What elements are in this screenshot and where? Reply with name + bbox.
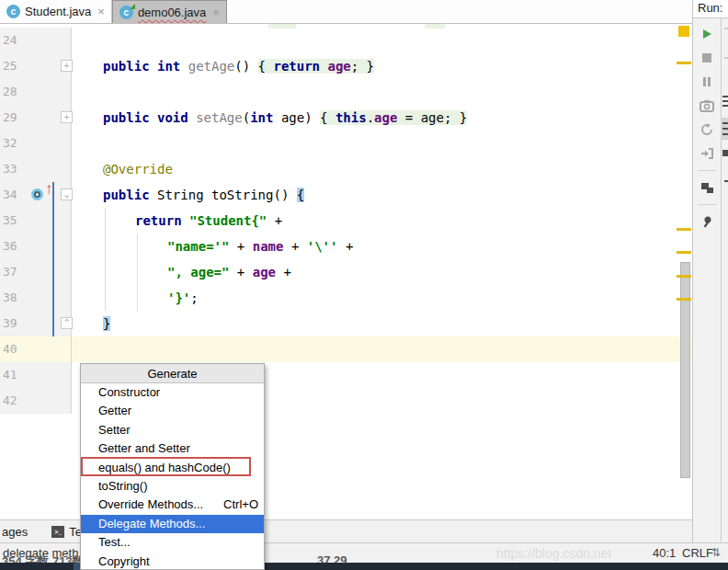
code-line-25: +25public int getAge() { return age; } — [0, 53, 692, 79]
error-stripe-mark[interactable] — [678, 26, 689, 37]
code-text[interactable]: public int getAge() { return age; } — [72, 53, 692, 79]
indent-guide — [105, 208, 106, 311]
menu-item-setter[interactable]: Setter — [81, 421, 264, 439]
code-token: name — [253, 239, 284, 254]
line-number: 42 — [0, 388, 72, 414]
menu-item-constructor[interactable]: Constructor — [81, 383, 264, 402]
menu-item-label: Constructor — [98, 385, 160, 399]
code-text[interactable]: ", age=" + age + — [72, 259, 692, 285]
menu-item-copyright[interactable]: Copyright — [81, 553, 264, 570]
menu-item-label: equals() and hashCode() — [98, 461, 231, 474]
rerun-icon[interactable] — [695, 118, 719, 142]
code-line-28: 28 — [0, 79, 692, 105]
code-text[interactable]: @Override — [72, 156, 692, 182]
editor-scrollbar[interactable] — [680, 262, 690, 478]
code-text[interactable] — [72, 336, 692, 362]
code-line-36: 36"name='" + name + '\'' + — [0, 234, 692, 259]
close-icon[interactable]: × — [97, 5, 105, 18]
code-token: getAge — [188, 59, 235, 74]
menu-item-equals-and-hashcode-[interactable]: equals() and hashCode() — [81, 459, 264, 477]
overrides-icon[interactable] — [31, 188, 43, 200]
tab-demo06.java[interactable]: cdemo06.java× — [112, 0, 227, 23]
toolbar-divider — [698, 170, 716, 171]
gutter-change-bar — [52, 182, 54, 336]
code-line-40: 40 — [0, 336, 692, 362]
code-token: public void — [103, 110, 196, 125]
exit-icon[interactable] — [695, 142, 719, 165]
code-token: + — [229, 265, 252, 279]
code-line-29: +29public void setAge(int age) { this.ag… — [0, 105, 692, 131]
code-text[interactable]: return "Student{" + — [72, 208, 692, 234]
error-stripe-mark[interactable] — [677, 62, 691, 64]
code-line-39: ⌃39} — [0, 311, 692, 336]
line-number: 28 — [0, 79, 72, 105]
code-line-33: 33@Override — [0, 156, 692, 182]
code-text[interactable] — [72, 79, 692, 105]
clipped-icon-fragment — [724, 57, 728, 59]
tab-Student.java[interactable]: cStudent.java× — [0, 0, 112, 23]
error-stripe-mark[interactable] — [677, 298, 691, 301]
error-stripe-mark[interactable] — [677, 251, 691, 254]
menu-item-label: Test... — [98, 535, 131, 549]
code-token: = age; } — [397, 110, 467, 125]
code-token: + — [229, 239, 252, 254]
clipped-icon-fragment — [722, 150, 728, 156]
clipped-icon-fragment — [722, 96, 728, 97]
code-token: '}' — [167, 291, 190, 305]
run-overlay-icon — [130, 4, 135, 9]
code-text[interactable]: } — [72, 311, 692, 336]
clipped-icon-fragment — [722, 100, 728, 102]
run-icon[interactable] — [695, 22, 719, 46]
java-class-icon: c — [6, 5, 20, 18]
code-line-24: 24 — [0, 28, 692, 53]
code-text[interactable] — [72, 131, 692, 156]
code-token: ; — [190, 291, 198, 305]
code-text[interactable]: "name='" + name + '\'' + — [72, 234, 692, 259]
pin-icon[interactable] — [695, 210, 719, 234]
menu-item-getter-and-setter[interactable]: Getter and Setter — [81, 439, 264, 458]
clipped-icon-fragment — [722, 122, 728, 124]
layout-icon[interactable] — [695, 176, 719, 200]
code-text[interactable]: '}'; — [72, 285, 692, 311]
code-token: ( — [243, 110, 250, 125]
code-token: return — [273, 59, 327, 74]
error-stripe-mark[interactable] — [677, 275, 691, 278]
code-token: { — [297, 188, 304, 202]
code-text[interactable]: public String toString() { — [72, 182, 692, 208]
clipped-icon-fragment — [724, 180, 728, 182]
menu-item-test-[interactable]: Test... — [81, 533, 264, 552]
terminal-icon: >_ — [51, 526, 64, 538]
menu-item-getter[interactable]: Getter — [81, 402, 264, 420]
code-text[interactable] — [72, 28, 692, 53]
menu-item-shortcut: Ctrl+O — [223, 496, 258, 514]
error-stripe-mark[interactable] — [677, 228, 691, 231]
editor-tab-bar: cStudent.java×cdemo06.java× — [0, 0, 692, 24]
menu-item-tostring-[interactable]: toString() — [81, 477, 264, 496]
menu-item-label: Delegate Methods... — [98, 517, 205, 530]
stop-icon[interactable] — [695, 46, 719, 70]
menu-item-override-methods-[interactable]: Override Methods...Ctrl+O — [81, 496, 264, 514]
code-token: setAge — [196, 110, 243, 125]
menu-item-delegate-methods-[interactable]: Delegate Methods... — [81, 515, 264, 533]
menu-item-label: Getter — [98, 404, 131, 417]
line-number: 37 — [0, 259, 72, 285]
screenshot-icon[interactable] — [695, 94, 719, 118]
fold-open-up-icon[interactable]: ⌃ — [61, 317, 73, 329]
clipped-icon-fragment — [722, 133, 728, 135]
close-icon[interactable]: × — [212, 6, 220, 19]
fold-plus-icon[interactable]: + — [61, 111, 73, 123]
pause-icon[interactable] — [695, 70, 719, 94]
generate-popup-title: Generate — [81, 364, 264, 383]
menu-item-label: toString() — [98, 479, 147, 493]
clipped-position: 37.29 — [317, 553, 347, 563]
toolwindow-button-messages[interactable]: ages — [2, 525, 28, 539]
line-number: 35 — [0, 208, 72, 234]
tab-label: demo06.java — [138, 6, 206, 19]
menu-item-label: Copyright — [98, 554, 150, 568]
code-text[interactable]: public void setAge(int age) { this.age =… — [72, 105, 692, 131]
line-number: 36 — [0, 234, 72, 259]
fold-open-down-icon[interactable]: ⌄ — [61, 188, 73, 200]
code-token: age — [253, 265, 276, 279]
code-token: ", age=" — [167, 265, 229, 279]
fold-plus-icon[interactable]: + — [61, 60, 73, 72]
